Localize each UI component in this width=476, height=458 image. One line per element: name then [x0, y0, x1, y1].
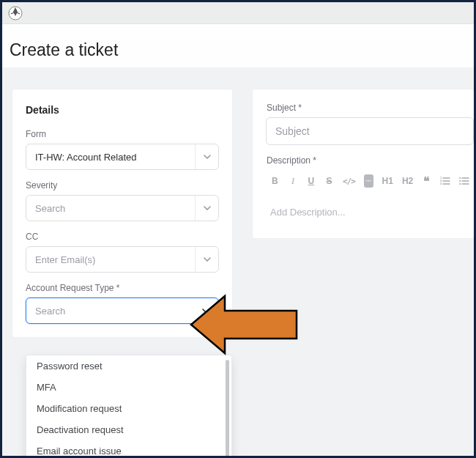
form-select-value: IT-HW: Account Related [35, 152, 137, 163]
bold-button[interactable]: B [270, 174, 280, 188]
code-button[interactable]: </> [343, 174, 355, 188]
content-wrap: Details Form IT-HW: Account Related Seve… [2, 67, 474, 337]
subject-panel: Subject * Subject Description * B I U S … [253, 89, 474, 238]
chevron-down-icon [195, 298, 218, 323]
underline-button[interactable]: U [306, 174, 316, 188]
cc-input[interactable]: Enter Email(s) [26, 246, 219, 273]
dropdown-option[interactable]: Deactivation request [26, 419, 226, 440]
strikethrough-button[interactable]: S [324, 174, 334, 188]
svg-text:3: 3 [440, 182, 442, 185]
description-label: Description * [267, 155, 474, 166]
chevron-down-icon [195, 247, 218, 272]
description-placeholder: Add Description... [270, 207, 346, 218]
h2-button[interactable]: H2 [402, 174, 413, 188]
svg-point-12 [459, 183, 461, 185]
form-label: Form [26, 129, 219, 139]
dropdown-option[interactable]: MFA [26, 377, 226, 398]
chevron-down-icon [195, 144, 218, 169]
subject-input[interactable]: Subject [266, 117, 474, 145]
request-type-dropdown: Password reset MFA Modification request … [26, 355, 232, 456]
dropdown-option[interactable]: Password reset [26, 355, 226, 377]
details-panel: Details Form IT-HW: Account Related Seve… [12, 89, 232, 337]
subject-label: Subject * [267, 103, 474, 113]
ordered-list-button[interactable]: 123 [440, 174, 450, 188]
cc-label: CC [26, 232, 219, 242]
cc-input-placeholder: Enter Email(s) [35, 254, 95, 265]
app-logo-icon [8, 6, 23, 21]
severity-select[interactable]: Search [26, 195, 219, 221]
top-bar [2, 2, 474, 24]
request-type-select[interactable]: Search [26, 298, 219, 324]
editor-toolbar: B I U S </> ··· H1 H2 ❝ 123 [266, 170, 474, 193]
request-type-placeholder: Search [35, 306, 65, 317]
request-type-label: Account Request Type * [26, 283, 219, 293]
chevron-down-icon [195, 196, 218, 221]
svg-point-11 [459, 180, 461, 182]
quote-button[interactable]: ❝ [422, 174, 431, 188]
italic-button[interactable]: I [289, 174, 298, 188]
dropdown-option[interactable]: Email account issue [26, 440, 226, 456]
unordered-list-button[interactable] [459, 174, 469, 188]
severity-label: Severity [26, 180, 219, 191]
form-select[interactable]: IT-HW: Account Related [26, 144, 219, 170]
svg-point-10 [459, 177, 461, 179]
scrollbar-thumb[interactable] [226, 360, 229, 456]
dropdown-option[interactable]: Modification request [26, 398, 226, 419]
severity-select-placeholder: Search [35, 203, 65, 214]
details-heading: Details [26, 104, 219, 116]
subject-input-placeholder: Subject [275, 125, 310, 137]
app-frame: Create a ticket Details Form IT-HW: Acco… [2, 2, 474, 456]
page-title: Create a ticket [10, 40, 466, 60]
h1-button[interactable]: H1 [382, 174, 393, 188]
codeblock-button[interactable]: ··· [364, 174, 373, 188]
description-editor[interactable]: Add Description... [266, 193, 474, 218]
dropdown-scroll-area[interactable]: Password reset MFA Modification request … [26, 355, 231, 456]
page-header: Create a ticket [2, 24, 474, 67]
